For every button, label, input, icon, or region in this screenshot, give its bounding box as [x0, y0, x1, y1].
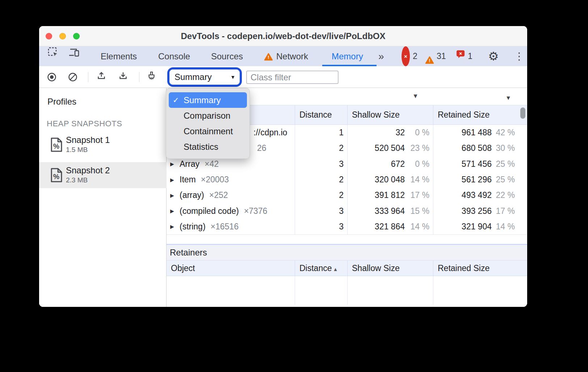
column-header-retainers-shallow[interactable]: Shallow Size	[348, 261, 433, 277]
class-filter-input[interactable]	[246, 71, 339, 84]
svg-text:!: !	[268, 55, 269, 60]
constructor-cell: ▶ Item ×20003	[167, 172, 295, 187]
load-profile-icon[interactable]	[95, 71, 108, 83]
error-badge-icon[interactable]: ×	[402, 46, 410, 66]
shallow-size-value: 32	[348, 128, 405, 138]
overflow-menu-icon[interactable]: ⋮	[514, 46, 524, 66]
constructor-name: ://cdpn.io	[253, 128, 287, 138]
retained-size-cell: 561 296 25 %	[433, 172, 527, 187]
window-title: DevTools - codepen.io/web-dot-dev/live/P…	[39, 26, 527, 46]
column-header-retainers-retained[interactable]: Retained Size	[433, 261, 527, 277]
shallow-size-value: 321 864	[348, 222, 405, 232]
close-window-button[interactable]	[46, 33, 52, 39]
dropdown-item-containment[interactable]: ✓ Containment	[169, 123, 247, 139]
retained-size-percent: 25 %	[492, 175, 527, 185]
devtools-window: DevTools - codepen.io/web-dot-dev/live/P…	[39, 26, 527, 307]
shallow-size-percent: 14 %	[405, 222, 433, 232]
column-header-retained-size[interactable]: Retained Size	[433, 105, 527, 124]
save-profile-icon[interactable]	[117, 71, 129, 83]
snapshot-name: Snapshot 1	[66, 135, 110, 145]
distance-cell: 3	[295, 219, 348, 234]
issues-badge-icon[interactable]: ×	[456, 46, 465, 66]
issue-count[interactable]: 1	[468, 46, 472, 66]
sort-ascending-icon: ▲	[333, 266, 338, 272]
retained-size-percent: 17 %	[492, 206, 527, 216]
snapshot-size: 2.3 MB	[66, 176, 88, 184]
settings-gear-icon[interactable]: ⚙	[488, 46, 499, 66]
retained-size-cell: 961 488 42 %	[433, 125, 527, 140]
column-header-object[interactable]: Object	[167, 261, 295, 277]
shallow-size-value: 391 812	[348, 190, 405, 200]
snapshot-list-item-1[interactable]: % Snapshot 1 1.5 MB	[39, 132, 167, 158]
toggle-device-toolbar-icon[interactable]	[68, 46, 80, 66]
column-header-shallow-size[interactable]: Shallow Size	[348, 105, 433, 124]
retained-size-percent: 22 %	[492, 190, 527, 200]
dropdown-item-statistics[interactable]: ✓ Statistics	[169, 139, 247, 155]
perspective-select-focus-ring: Summary ▼	[167, 67, 242, 87]
sort-descending-icon: ▼	[505, 95, 511, 101]
retained-size-percent: 25 %	[492, 159, 527, 169]
column-header-distance[interactable]: Distance	[295, 105, 348, 124]
disclosure-triangle-icon[interactable]: ▶	[170, 208, 180, 214]
retained-size-value: 571 456	[433, 159, 492, 169]
dropdown-item-summary[interactable]: ✓ Summary	[169, 92, 247, 108]
shallow-size-value: 520 504	[348, 143, 405, 153]
tab-elements[interactable]: Elements	[101, 46, 137, 66]
heap-table-row[interactable]: ▶ (array) ×252 2 391 812 17 % 493 492 22…	[167, 187, 527, 203]
title-bar: DevTools - codepen.io/web-dot-dev/live/P…	[39, 26, 527, 46]
shallow-size-percent: 14 %	[405, 175, 433, 185]
shallow-size-percent: 17 %	[405, 190, 433, 200]
snapshot-list-item-2[interactable]: % Snapshot 2 2.3 MB	[39, 162, 167, 188]
traffic-lights	[46, 33, 80, 39]
inspect-element-icon[interactable]	[47, 46, 59, 66]
distance-cell: 2	[295, 187, 348, 203]
shallow-size-percent: 0 %	[405, 159, 433, 169]
heap-table-row[interactable]: ▶ (compiled code) ×7376 3 333 964 15 % 3…	[167, 203, 527, 219]
disclosure-triangle-icon[interactable]: ▶	[170, 193, 180, 198]
retained-size-cell: 493 492 22 %	[433, 187, 527, 203]
distance-cell: 1	[295, 125, 348, 140]
tab-memory[interactable]: Memory	[332, 46, 363, 66]
svg-text:!: !	[429, 58, 430, 63]
retained-size-cell: 393 256 17 %	[433, 203, 527, 219]
instance-count: ×42	[205, 159, 219, 169]
grid-bottom-border	[167, 234, 527, 235]
disclosure-triangle-icon[interactable]: ▶	[170, 224, 180, 229]
clean-garbage-brush-icon[interactable]	[145, 71, 158, 83]
shallow-size-cell: 321 864 14 %	[348, 219, 433, 234]
record-heap-snapshot-icon[interactable]	[46, 71, 58, 83]
perspective-select[interactable]: Summary ▼	[169, 69, 240, 85]
vertical-scrollbar-thumb[interactable]	[520, 107, 525, 119]
distance-cell: 3	[295, 156, 348, 172]
retainers-section-bar: Retainers	[167, 244, 527, 260]
heap-snapshot-file-icon: %	[50, 137, 63, 154]
shallow-size-cell: 333 964 15 %	[348, 203, 433, 219]
profiles-heading: Profiles	[47, 97, 76, 107]
warning-count[interactable]: 31	[437, 46, 446, 66]
tab-console[interactable]: Console	[158, 46, 190, 66]
heap-snapshots-section-label: HEAP SNAPSHOTS	[47, 119, 122, 128]
heap-snapshot-file-icon: %	[50, 168, 63, 184]
clear-profiles-icon[interactable]	[67, 71, 79, 83]
tab-sources[interactable]: Sources	[211, 46, 243, 66]
shallow-size-percent: 15 %	[405, 206, 433, 216]
error-count[interactable]: 2	[413, 46, 417, 66]
heap-table-row[interactable]: ▶ (string) ×16516 3 321 864 14 % 321 904…	[167, 219, 527, 234]
disclosure-triangle-icon[interactable]: ▶	[170, 161, 180, 167]
disclosure-triangle-icon[interactable]: ▶	[170, 177, 180, 183]
toolbar-divider	[88, 72, 88, 82]
heap-table-row[interactable]: ▶ Item ×20003 2 320 048 14 % 561 296 25 …	[167, 172, 527, 187]
retainers-empty-rows	[167, 276, 527, 305]
shallow-size-value: 320 048	[348, 175, 405, 185]
profiles-sidebar: Profiles HEAP SNAPSHOTS % Snapshot 1 1.5…	[39, 88, 167, 307]
zoom-window-button[interactable]	[73, 33, 80, 39]
shallow-size-cell: 672 0 %	[348, 156, 433, 172]
more-tabs-icon[interactable]: »	[378, 46, 383, 66]
retained-size-value: 393 256	[433, 206, 492, 216]
instance-count: 26	[257, 143, 266, 153]
minimize-window-button[interactable]	[59, 33, 66, 39]
retainers-title: Retainers	[170, 245, 207, 260]
tab-network[interactable]: ! Network	[264, 46, 308, 66]
dropdown-item-comparison[interactable]: ✓ Comparison	[169, 108, 247, 123]
column-header-retainers-distance[interactable]: Distance▲	[295, 261, 348, 277]
